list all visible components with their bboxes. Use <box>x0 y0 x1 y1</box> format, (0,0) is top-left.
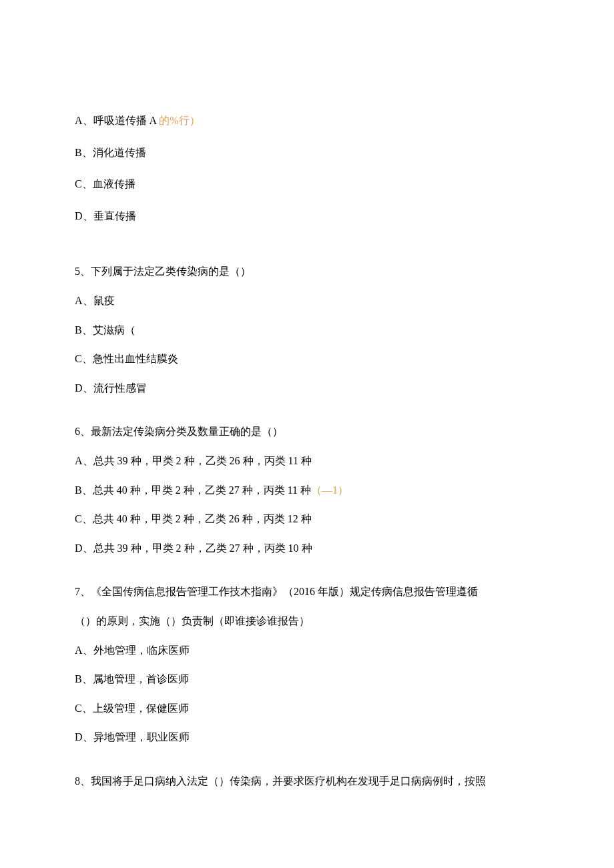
q5-stem: 5、下列属于法定乙类传染病的是（） <box>75 263 539 280</box>
q5-option-a: A、鼠疫 <box>75 292 539 310</box>
q5-option-d: D、流行性感冒 <box>75 380 539 397</box>
q7-stem-line2: （）的原则，实施（）负责制（即谁接诊谁报告） <box>75 612 539 630</box>
q5-option-b: B、艾滋病（ <box>75 322 539 339</box>
q7-option-c: C、上级管理，保健医师 <box>75 700 539 717</box>
q7-option-d: D、异地管理，职业医师 <box>75 729 539 746</box>
q6-option-b: B、总共 40 种，甲类 2 种，乙类 27 种，丙类 11 种（—1） <box>75 482 539 499</box>
q6-option-c: C、总共 40 种，甲类 2 种，乙类 26 种，丙类 12 种 <box>75 510 539 528</box>
q7-option-a: A、外地管理，临床医师 <box>75 642 539 659</box>
q7-option-b: B、属地管理，首诊医师 <box>75 671 539 688</box>
option-text: C、血液传播 <box>75 178 135 189</box>
q6-option-a: A、总共 39 种，甲类 2 种，乙类 26 种，丙类 11 种 <box>75 452 539 470</box>
option-text: B、消化道传播 <box>75 147 146 158</box>
option-annotation: （—1） <box>311 484 348 496</box>
option-text: D、垂直传播 <box>75 210 136 222</box>
q4-option-b: B、消化道传播 <box>75 144 539 161</box>
q4-option-a: A、呼吸道传播 A 的%行） <box>75 112 539 129</box>
option-text: B、总共 40 种，甲类 2 种，乙类 27 种，丙类 11 种 <box>75 484 311 496</box>
q6-stem: 6、最新法定传染病分类及数量正确的是（） <box>75 423 539 440</box>
q6-option-d: D、总共 39 种，甲类 2 种，乙类 27 种，丙类 10 种 <box>75 540 539 557</box>
q5-option-c: C、急性出血性结膜炎 <box>75 350 539 368</box>
q4-option-c: C、血液传播 <box>75 175 539 193</box>
option-annotation: 的%行） <box>156 115 200 126</box>
q4-option-d: D、垂直传播 <box>75 207 539 225</box>
q7-stem-line1: 7、《全国传病信息报告管理工作技木指南》（2016 年版）规定传病信息报告管理遵… <box>75 583 539 600</box>
q8-stem: 8、我国将手足口病纳入法定（）传染病，并要求医疗机构在发现手足口病病例时，按照 <box>75 773 539 790</box>
option-text: A、呼吸道传播 A <box>75 115 156 126</box>
